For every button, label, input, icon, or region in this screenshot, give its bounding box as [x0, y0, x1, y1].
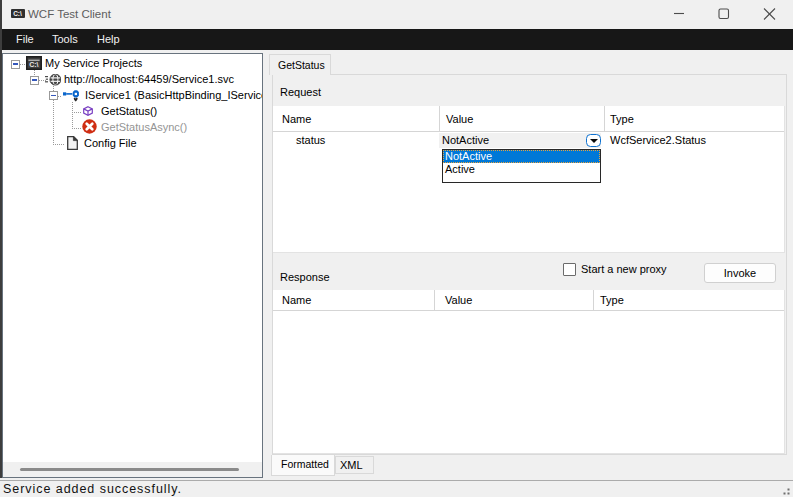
svg-text:C:\: C:\ [29, 61, 38, 68]
